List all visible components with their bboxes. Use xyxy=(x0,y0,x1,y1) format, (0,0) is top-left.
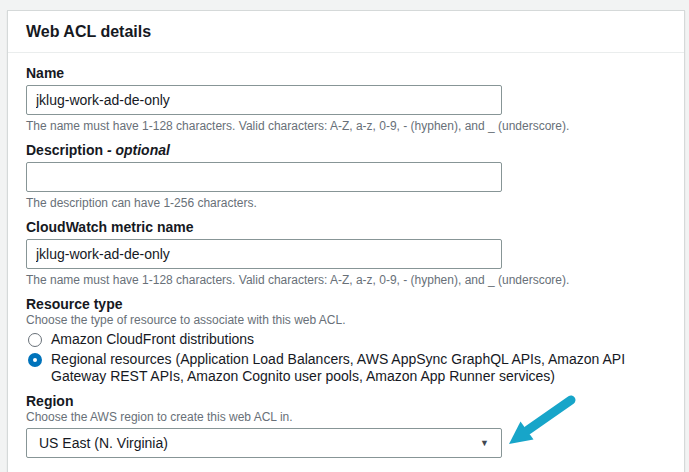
resource-type-helper-text: Choose the type of resource to associate… xyxy=(26,313,666,328)
web-acl-details-card: Web ACL details Name The name must have … xyxy=(7,10,685,472)
card-header: Web ACL details xyxy=(8,11,684,53)
cloudwatch-metric-name-label: CloudWatch metric name xyxy=(26,219,666,235)
description-helper-text: The description can have 1-256 character… xyxy=(26,196,666,211)
resource-type-label: Resource type xyxy=(26,296,666,312)
region-select-value: US East (N. Virginia) xyxy=(39,435,168,451)
caret-down-icon: ▼ xyxy=(480,439,489,448)
cloudwatch-helper-text: The name must have 1-128 characters. Val… xyxy=(26,273,666,288)
name-helper-text: The name must have 1-128 characters. Val… xyxy=(26,119,666,134)
region-label: Region xyxy=(26,393,666,409)
field-resource-type: Resource type Choose the type of resourc… xyxy=(26,296,666,385)
field-description: Description - optional The description c… xyxy=(26,142,666,211)
field-name: Name The name must have 1-128 characters… xyxy=(26,65,666,134)
radio-checked-icon[interactable] xyxy=(28,353,42,367)
name-input[interactable] xyxy=(26,85,502,115)
card-title: Web ACL details xyxy=(26,23,666,41)
cloudwatch-metric-name-input[interactable] xyxy=(26,239,502,269)
optional-suffix: - optional xyxy=(107,142,170,158)
card-body: Name The name must have 1-128 characters… xyxy=(8,53,684,472)
field-region: Region Choose the AWS region to create t… xyxy=(26,393,666,458)
radio-option-regional[interactable]: Regional resources (Application Load Bal… xyxy=(28,351,666,385)
field-cloudwatch-metric-name: CloudWatch metric name The name must hav… xyxy=(26,219,666,288)
name-label: Name xyxy=(26,65,666,81)
radio-option-cloudfront[interactable]: Amazon CloudFront distributions xyxy=(28,331,666,348)
radio-unchecked-icon[interactable] xyxy=(28,333,42,347)
description-label: Description - optional xyxy=(26,142,666,158)
radio-option-cloudfront-label: Amazon CloudFront distributions xyxy=(51,331,254,348)
radio-option-regional-label: Regional resources (Application Load Bal… xyxy=(51,351,631,385)
region-select[interactable]: US East (N. Virginia) ▼ xyxy=(26,428,502,458)
region-helper-text: Choose the AWS region to create this web… xyxy=(26,410,666,425)
description-input[interactable] xyxy=(26,162,502,192)
